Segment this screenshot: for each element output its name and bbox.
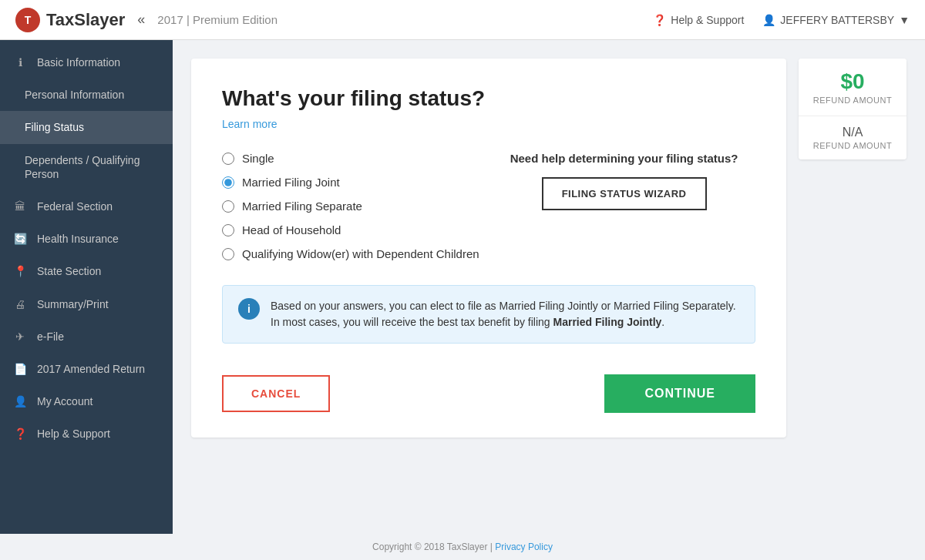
account-icon: 👤: [12, 395, 28, 407]
footer: Copyright © 2018 TaxSlayer | Privacy Pol…: [0, 534, 925, 560]
cancel-button[interactable]: CANCEL: [222, 375, 330, 412]
radio-input-married-separate[interactable]: [222, 200, 234, 213]
efile-icon: ✈: [12, 330, 28, 343]
refund-amount: $0: [806, 69, 899, 94]
radio-input-married-joint[interactable]: [222, 176, 234, 189]
user-area[interactable]: 👤 JEFFERY BATTERSBY ▼: [762, 14, 910, 26]
info-circle-icon: i: [238, 298, 260, 320]
info-box: i Based on your answers, you can elect t…: [222, 285, 755, 344]
sidebar-item-personal-info[interactable]: Personal Information: [0, 79, 173, 111]
sidebar-item-filing-status[interactable]: Filing Status: [0, 111, 173, 143]
sidebar-item-account[interactable]: 👤 My Account: [0, 385, 173, 417]
info-box-text: Based on your answers, you can elect to …: [271, 298, 739, 330]
radio-qualifying-widow[interactable]: Qualifying Widow(er) with Dependent Chil…: [222, 247, 479, 260]
sidebar-item-label: Federal Section: [37, 200, 113, 213]
radio-single[interactable]: Single: [222, 152, 479, 165]
help-box: Need help determining your filing status…: [510, 152, 738, 210]
main-card: What's your filing status? Learn more Si…: [191, 59, 786, 438]
sidebar-item-label: 2017 Amended Return: [37, 362, 145, 376]
filing-status-radio-group: Single Married Filing Joint Married Fili…: [222, 152, 479, 260]
radio-label-married-joint: Married Filing Joint: [242, 176, 340, 189]
continue-button[interactable]: CONTINUE: [604, 374, 755, 413]
print-icon: 🖨: [12, 298, 28, 310]
federal-icon: 🏛: [12, 200, 28, 213]
top-nav: T TaxSlayer « 2017 | Premium Edition ❓ H…: [0, 0, 925, 40]
logo-area: T TaxSlayer: [15, 8, 125, 32]
nav-left: T TaxSlayer « 2017 | Premium Edition: [15, 8, 278, 32]
main-layout: ℹ Basic Information Personal Information…: [0, 40, 925, 534]
user-icon: 👤: [762, 14, 775, 26]
sidebar-item-label: Personal Information: [25, 88, 124, 102]
refund-amount-label: REFUND AMOUNT: [806, 96, 899, 105]
question-circle-icon: ❓: [653, 14, 666, 26]
radio-label-single: Single: [242, 152, 274, 165]
radio-label-head-household: Head of Household: [242, 223, 341, 236]
help-link[interactable]: ❓ Help & Support: [653, 14, 744, 26]
action-row: CANCEL CONTINUE: [222, 374, 755, 413]
sidebar-item-state[interactable]: 📍 State Section: [0, 255, 173, 287]
radio-input-qualifying-widow[interactable]: [222, 248, 234, 260]
sidebar-item-basic-info[interactable]: ℹ Basic Information: [0, 46, 173, 79]
page-title: What's your filing status?: [222, 86, 755, 111]
chevron-down-icon: ▼: [899, 14, 910, 26]
sidebar-item-dependents[interactable]: Dependents / Qualifying Person: [0, 144, 173, 190]
sidebar-item-help[interactable]: ❓ Help & Support: [0, 417, 173, 450]
refund-na: N/A: [806, 126, 899, 139]
document-icon: 📄: [12, 363, 28, 375]
filing-status-wizard-button[interactable]: FILING STATUS WIZARD: [542, 177, 707, 210]
state-icon: 📍: [12, 265, 28, 277]
help-icon: ❓: [12, 428, 28, 440]
refund-panel: $0 REFUND AMOUNT N/A REFUND AMOUNT: [799, 59, 906, 159]
sidebar-item-efile[interactable]: ✈ e-File: [0, 320, 173, 353]
refund-bottom: N/A REFUND AMOUNT: [799, 116, 906, 159]
logo-text: TaxSlayer: [46, 10, 125, 30]
app-title: 2017 | Premium Edition: [157, 13, 278, 26]
form-help-layout: Single Married Filing Joint Married Fili…: [222, 152, 755, 260]
radio-input-single[interactable]: [222, 153, 234, 165]
refund-top: $0 REFUND AMOUNT: [799, 59, 906, 116]
learn-more-link[interactable]: Learn more: [222, 118, 278, 130]
radio-head-household[interactable]: Head of Household: [222, 223, 479, 236]
sidebar-item-label: My Account: [37, 394, 92, 408]
radio-married-separate[interactable]: Married Filing Separate: [222, 200, 479, 213]
radio-label-qualifying-widow: Qualifying Widow(er) with Dependent Chil…: [242, 247, 479, 260]
help-box-title: Need help determining your filing status…: [510, 152, 738, 165]
radio-married-joint[interactable]: Married Filing Joint: [222, 176, 479, 189]
radio-label-married-separate: Married Filing Separate: [242, 200, 362, 213]
sidebar-item-label: Basic Information: [37, 55, 120, 69]
sidebar-item-label: e-File: [37, 330, 64, 344]
refund-na-label: REFUND AMOUNT: [806, 141, 899, 150]
logo-icon: T: [15, 8, 40, 32]
sidebar-item-health[interactable]: 🔄 Health Insurance: [0, 223, 173, 255]
sidebar-item-label: Help & Support: [37, 427, 110, 441]
info-icon: ℹ: [12, 56, 28, 69]
nav-right: ❓ Help & Support 👤 JEFFERY BATTERSBY ▼: [653, 14, 910, 26]
sidebar-item-label: State Section: [37, 264, 101, 278]
privacy-policy-link[interactable]: Privacy Policy: [495, 542, 553, 552]
sidebar-item-label: Summary/Print: [37, 297, 109, 311]
health-icon: 🔄: [12, 233, 28, 245]
sidebar-item-summary[interactable]: 🖨 Summary/Print: [0, 288, 173, 320]
content-area: What's your filing status? Learn more Si…: [173, 40, 925, 534]
sidebar-item-amended[interactable]: 📄 2017 Amended Return: [0, 353, 173, 385]
collapse-button[interactable]: «: [137, 12, 145, 28]
sidebar: ℹ Basic Information Personal Information…: [0, 40, 173, 534]
sidebar-item-label: Dependents / Qualifying Person: [25, 153, 160, 181]
sidebar-item-label: Health Insurance: [37, 232, 119, 246]
sidebar-item-federal[interactable]: 🏛 Federal Section: [0, 190, 173, 223]
radio-input-head-household[interactable]: [222, 224, 234, 236]
refund-card: $0 REFUND AMOUNT N/A REFUND AMOUNT: [799, 59, 906, 159]
sidebar-item-label: Filing Status: [25, 120, 84, 134]
